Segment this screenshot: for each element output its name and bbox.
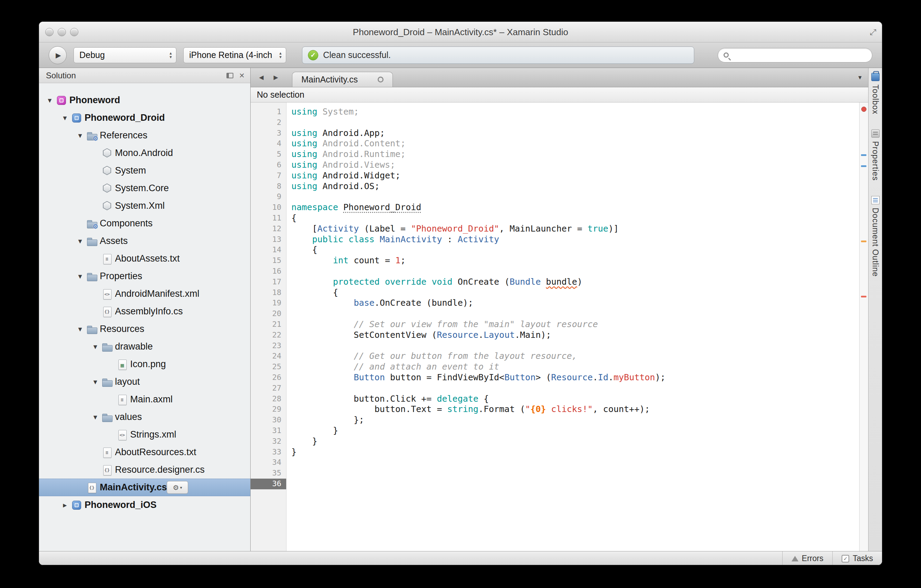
line-number[interactable]: 15 <box>251 255 286 266</box>
tree-item-drawable[interactable]: ▾drawable <box>39 338 250 356</box>
line-number[interactable]: 14 <box>251 245 286 255</box>
line-number[interactable]: 1 <box>251 107 286 117</box>
disclosure-open-icon[interactable]: ▾ <box>89 342 101 351</box>
code-line[interactable]: using Android.App; <box>286 128 859 139</box>
code-line[interactable]: using Android.Runtime; <box>286 149 859 160</box>
code-line[interactable] <box>286 457 859 468</box>
code-line[interactable]: SetContentView (Resource.Layout.Main); <box>286 330 859 341</box>
run-button[interactable]: ▶ <box>49 46 67 64</box>
code-line[interactable]: [Activity (Label = "Phoneword_Droid", Ma… <box>286 224 859 234</box>
tree-item-strings-xml[interactable]: <>Strings.xml <box>39 426 250 443</box>
code-line[interactable]: button.Click += delegate { <box>286 394 859 404</box>
disclosure-open-icon[interactable]: ▾ <box>74 325 86 334</box>
tab-modified-icon[interactable] <box>378 76 384 83</box>
line-number[interactable]: 27 <box>251 383 286 394</box>
code-line[interactable] <box>286 468 859 479</box>
line-number[interactable]: 16 <box>251 266 286 277</box>
tree-item-icon-png[interactable]: ▦Icon.png <box>39 356 250 373</box>
tree-item-resources[interactable]: ▾Resources <box>39 320 250 338</box>
navigate-forward-button[interactable]: ▶ <box>268 68 283 87</box>
code-editor[interactable]: 1234567891011121314151617181920212223242… <box>251 102 868 551</box>
tree-item-assets[interactable]: ▾Assets <box>39 232 250 250</box>
code-line[interactable]: // Set our view from the "main" layout r… <box>286 319 859 330</box>
task-marker[interactable] <box>861 154 866 156</box>
tree-item-components[interactable]: ⚙Components <box>39 214 250 232</box>
code-line[interactable]: base.OnCreate (bundle); <box>286 298 859 309</box>
code-line[interactable]: Button button = FindViewById<Button> (Re… <box>286 372 859 383</box>
task-marker[interactable] <box>861 165 866 167</box>
code-line[interactable]: { <box>286 288 859 298</box>
close-pad-icon[interactable]: ✕ <box>239 71 245 80</box>
code-line[interactable]: { <box>286 213 859 224</box>
code-line[interactable]: int count = 1; <box>286 255 859 266</box>
tab-mainactivity[interactable]: MainActivity.cs <box>292 72 393 87</box>
side-tab-document-outline[interactable]: Document Outline <box>871 196 880 277</box>
line-number[interactable]: 11 <box>251 213 286 224</box>
line-number[interactable]: 36 <box>251 479 286 489</box>
code-line[interactable] <box>286 192 859 202</box>
disclosure-open-icon[interactable]: ▾ <box>89 377 101 387</box>
task-marker[interactable] <box>861 240 866 242</box>
code-line[interactable]: protected override void OnCreate (Bundle… <box>286 277 859 288</box>
code-line[interactable] <box>286 479 859 489</box>
tree-item-mainactivity-cs[interactable]: {}MainActivity.cs⚙▾ <box>39 479 250 496</box>
line-number[interactable]: 2 <box>251 117 286 128</box>
code-line[interactable] <box>286 266 859 277</box>
line-number[interactable]: 4 <box>251 138 286 149</box>
line-number[interactable]: 12 <box>251 224 286 234</box>
line-number[interactable]: 23 <box>251 341 286 351</box>
line-number[interactable]: 24 <box>251 351 286 362</box>
disclosure-open-icon[interactable]: ▾ <box>74 237 86 246</box>
tree-item-phoneword[interactable]: ▾Phoneword <box>39 91 250 109</box>
line-number[interactable]: 28 <box>251 394 286 404</box>
tree-item-system[interactable]: System <box>39 162 250 179</box>
tree-item-references[interactable]: ▾⚙References <box>39 127 250 144</box>
line-number[interactable]: 29 <box>251 404 286 415</box>
annotation-strip[interactable] <box>859 102 868 551</box>
tree-item-layout[interactable]: ▾layout <box>39 373 250 391</box>
line-number[interactable]: 17 <box>251 277 286 288</box>
line-number[interactable]: 8 <box>251 181 286 192</box>
code-line[interactable]: }; <box>286 415 859 426</box>
disclosure-open-icon[interactable]: ▾ <box>89 413 101 422</box>
code-line[interactable] <box>286 117 859 128</box>
code-line[interactable]: } <box>286 426 859 436</box>
line-number[interactable]: 31 <box>251 426 286 436</box>
code-line[interactable]: namespace Phoneword_Droid <box>286 202 859 213</box>
code-line[interactable]: // Get our button from the layout resour… <box>286 351 859 362</box>
item-options-button[interactable]: ⚙▾ <box>167 481 188 494</box>
tree-item-mono-android[interactable]: Mono.Android <box>39 144 250 162</box>
search-field[interactable] <box>718 48 872 62</box>
line-number[interactable]: 13 <box>251 234 286 245</box>
line-number[interactable]: 7 <box>251 171 286 181</box>
code-line[interactable] <box>286 309 859 319</box>
code-line[interactable]: using System; <box>286 107 859 117</box>
search-input[interactable] <box>732 50 866 60</box>
tree-item-phoneword-droid[interactable]: ▾Phoneword_Droid <box>39 109 250 127</box>
code-line[interactable]: // and attach an event to it <box>286 362 859 372</box>
line-number[interactable]: 19 <box>251 298 286 309</box>
code-line[interactable]: public class MainActivity : Activity <box>286 234 859 245</box>
tree-item-phoneword-ios[interactable]: ▸Phoneword_iOS <box>39 496 250 514</box>
tree-item-aboutassets-txt[interactable]: ≡AboutAssets.txt <box>39 250 250 268</box>
tree-item-properties[interactable]: ▾Properties <box>39 268 250 285</box>
code-lines[interactable]: using System;using Android.App;using And… <box>286 102 859 551</box>
disclosure-open-icon[interactable]: ▾ <box>74 131 86 140</box>
code-line[interactable] <box>286 383 859 394</box>
disclosure-open-icon[interactable]: ▾ <box>59 114 71 122</box>
tree-item-values[interactable]: ▾values <box>39 408 250 426</box>
dock-pad-icon[interactable] <box>226 73 233 78</box>
code-line[interactable]: using Android.Widget; <box>286 171 859 181</box>
code-line[interactable]: { <box>286 245 859 255</box>
line-number[interactable]: 35 <box>251 468 286 479</box>
tree-item-system-xml[interactable]: System.Xml <box>39 197 250 214</box>
tree-item-main-axml[interactable]: ≡Main.axml <box>39 391 250 408</box>
line-number[interactable]: 33 <box>251 447 286 458</box>
line-number[interactable]: 6 <box>251 160 286 171</box>
tree-item-resource-designer-cs[interactable]: {}Resource.designer.cs <box>39 461 250 479</box>
line-number[interactable]: 5 <box>251 149 286 160</box>
code-line[interactable]: using Android.Views; <box>286 160 859 171</box>
disclosure-closed-icon[interactable]: ▸ <box>59 501 71 510</box>
device-selector[interactable]: iPhone Retina (4-inch ▲ ▼ <box>183 47 286 63</box>
line-number[interactable]: 9 <box>251 192 286 202</box>
